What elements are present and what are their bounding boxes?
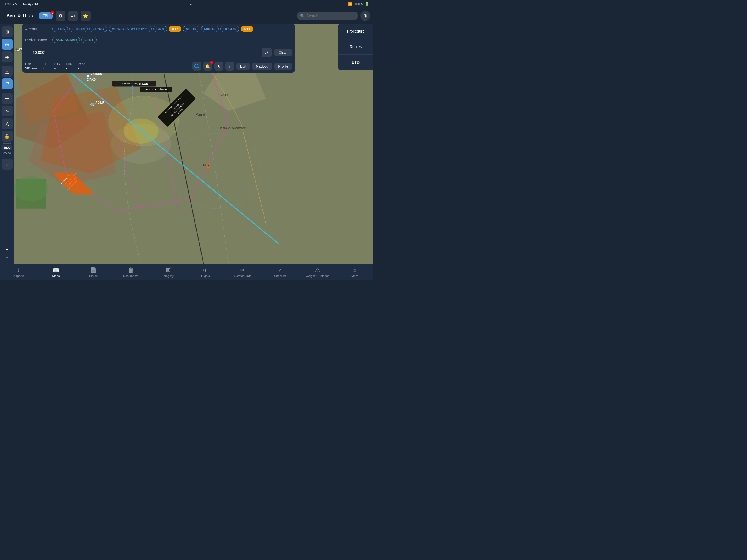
- edit-button[interactable]: Edit: [236, 62, 250, 70]
- filter-button[interactable]: ≡↑: [68, 11, 78, 21]
- status-wifi-icon: 📶: [348, 2, 352, 6]
- tab-airports-label: Airports: [14, 274, 24, 278]
- location-button[interactable]: ⊕: [360, 11, 370, 21]
- fpl-badge: 1: [50, 11, 54, 15]
- waypoint-chip[interactable]: R17: [169, 26, 181, 32]
- toolbar-divider-3: [3, 143, 11, 144]
- swap-button[interactable]: ⇄: [262, 48, 272, 57]
- fp-fuel: Fuel -: [66, 62, 72, 70]
- tab-imagery-label: Imagery: [163, 274, 174, 278]
- alert-button[interactable]: △: [2, 66, 12, 77]
- star-button[interactable]: ★: [214, 62, 223, 71]
- tab-airports[interactable]: ✈ Airports: [0, 264, 37, 280]
- tab-checklist[interactable]: ✓ Checklist: [261, 264, 299, 280]
- tab-more[interactable]: ≡ More: [336, 264, 374, 280]
- svg-text:Chizé: Chizé: [221, 94, 228, 97]
- fpl-button[interactable]: FPL 1: [39, 12, 53, 19]
- status-dots: ···: [190, 2, 193, 6]
- mountain-button[interactable]: ⋀: [2, 118, 12, 129]
- rec-time: 00:00: [3, 152, 11, 155]
- status-day: Thu Apr 14: [21, 2, 38, 6]
- waypoint-chip[interactable]: LFRS: [52, 26, 68, 32]
- tab-imagery[interactable]: 🖼 Imagery: [149, 264, 187, 280]
- wave-button[interactable]: ∿: [2, 105, 12, 117]
- settings-button[interactable]: ⚙: [55, 11, 66, 21]
- status-bar: 1:28 PM Thu Apr 14 ··· ↑ 📶 100% 🔋: [0, 0, 374, 8]
- waypoint-chip[interactable]: R17: [241, 26, 254, 32]
- tab-scratchpads-label: ScratchPads: [234, 274, 251, 278]
- notification-badge: 1: [210, 61, 213, 64]
- waypoint-chip[interactable]: MIRBA: [201, 26, 219, 32]
- tab-flights[interactable]: ✈ Flights: [187, 264, 224, 280]
- tab-flights-label: Flights: [201, 274, 210, 278]
- waypoint-chip[interactable]: GIRKO: [89, 26, 107, 32]
- status-time: 1:28 PM: [4, 2, 18, 6]
- svg-text:Vergné: Vergné: [196, 113, 205, 116]
- route-button[interactable]: ⤢: [2, 159, 12, 170]
- tab-maps-label: Maps: [52, 274, 60, 278]
- waypoint-chip[interactable]: LUSON: [70, 26, 88, 32]
- waypoint-chip[interactable]: LFBT: [81, 36, 97, 43]
- search-input[interactable]: [298, 12, 358, 20]
- fp-performance-row: Performance AGN.AGN5RLFBT: [22, 34, 295, 45]
- fp-alt-row: 10,000' ⇄ Clear: [22, 45, 295, 59]
- fp-ete: ETE -: [42, 62, 49, 70]
- maps-icon: 📖: [52, 267, 59, 274]
- tab-plates[interactable]: 📄 Plates: [75, 264, 112, 280]
- waypoint-chip[interactable]: VENAR (STAY 0h15m): [109, 26, 152, 32]
- profile-button[interactable]: Profile: [274, 62, 292, 70]
- shield-button[interactable]: 🛡: [2, 78, 12, 90]
- fp-dist: Dist 285 nm: [25, 62, 37, 70]
- location-btn[interactable]: ◉: [2, 51, 12, 62]
- etd-button[interactable]: ETD: [338, 55, 374, 70]
- svg-text:VEN. STAY 0h15m: VEN. STAY 0h15m: [146, 88, 167, 91]
- procedure-button[interactable]: Procedure: [338, 24, 374, 39]
- bottom-tab-bar: ✈ Airports 📖 Maps 📄 Plates 📋 Documents 🖼…: [0, 263, 374, 280]
- tab-more-label: More: [351, 274, 358, 278]
- tab-weight-balance[interactable]: ⚖ Weight & Balance: [299, 264, 336, 280]
- rec-button[interactable]: REC: [2, 145, 12, 150]
- globe-button[interactable]: 🌐: [192, 62, 201, 71]
- navlog-button[interactable]: NavLog: [252, 62, 272, 70]
- scratchpads-icon: ✏: [240, 267, 245, 274]
- notification-button[interactable]: 🔔 1: [203, 62, 212, 71]
- clear-button[interactable]: Clear: [274, 49, 292, 56]
- fp-action-buttons: 🌐 🔔 1 ★ ↑ Edit NavLog Profile: [192, 62, 292, 71]
- tab-checklist-label: Checklist: [274, 274, 286, 278]
- tab-documents[interactable]: 📋 Documents: [112, 264, 150, 280]
- status-location-icon: ↑: [344, 2, 346, 6]
- share-button[interactable]: ↑: [225, 62, 234, 71]
- minus-line-button[interactable]: —: [2, 93, 12, 104]
- imagery-icon: 🖼: [165, 267, 171, 274]
- waypoint-chip[interactable]: DEGUK: [221, 26, 239, 32]
- documents-icon: 📋: [127, 267, 134, 274]
- svg-text:Blanzay-sur-Boutonne: Blanzay-sur-Boutonne: [218, 127, 246, 130]
- waypoint-chip[interactable]: CNA: [153, 26, 167, 32]
- tab-wb-label: Weight & Balance: [305, 274, 329, 278]
- fp-performance-label: Performance: [25, 38, 52, 42]
- flightplan-panel: Aircraft LFRSLUSONGIRKOVENAR (STAY 0h15m…: [22, 24, 295, 73]
- svg-point-25: [87, 75, 89, 77]
- lock-button[interactable]: 🔓: [2, 131, 12, 142]
- timer-button[interactable]: ⭐: [81, 11, 91, 21]
- compass-button[interactable]: ◎: [2, 39, 12, 50]
- svg-text:⊙ VENAR: ⊙ VENAR: [136, 82, 149, 85]
- fp-waypoints: LFRSLUSONGIRKOVENAR (STAY 0h15m)CNAR17VE…: [52, 26, 292, 32]
- status-battery-icon: 🔋: [365, 2, 369, 6]
- checklist-icon: ✓: [278, 267, 282, 274]
- weight-balance-icon: ⚖: [315, 267, 320, 274]
- zoom-in-button[interactable]: +: [5, 247, 9, 253]
- svg-text:▲ GIRKO: ▲ GIRKO: [90, 73, 102, 75]
- zoom-out-button[interactable]: −: [5, 255, 9, 261]
- waypoint-chip[interactable]: AGN.AGN5R: [52, 36, 80, 43]
- tab-documents-label: Documents: [123, 274, 138, 278]
- search-container: 🔍: [298, 12, 358, 20]
- fp-altitude: 10,000': [25, 50, 52, 55]
- layers-button[interactable]: ⊞: [2, 26, 12, 37]
- tab-scratchpads[interactable]: ✏ ScratchPads: [224, 264, 262, 280]
- svg-point-4: [14, 176, 48, 201]
- waypoint-chip[interactable]: VELIN: [183, 26, 199, 32]
- routes-button[interactable]: Routes: [338, 39, 374, 55]
- tab-maps[interactable]: 📖 Maps: [37, 264, 75, 280]
- right-panel: Procedure Routes ETD: [338, 24, 374, 70]
